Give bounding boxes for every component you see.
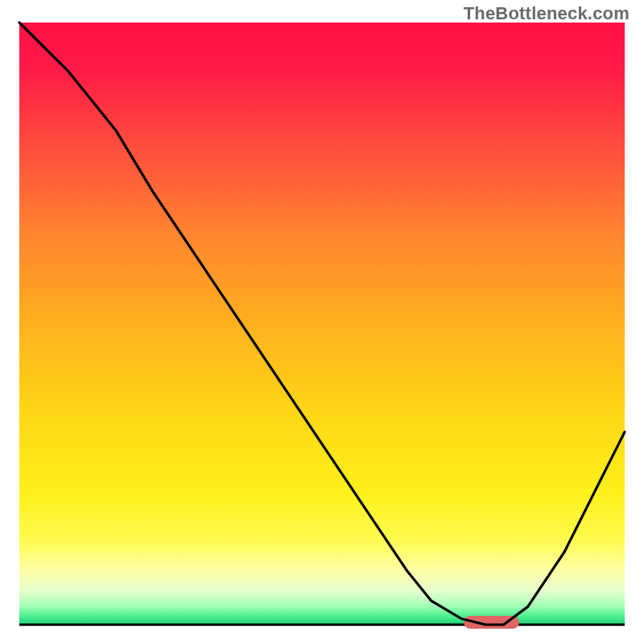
bottleneck-chart: TheBottleneck.com	[0, 0, 644, 644]
plot-svg	[0, 0, 644, 644]
watermark-text: TheBottleneck.com	[464, 3, 630, 24]
plot-background	[19, 23, 625, 625]
